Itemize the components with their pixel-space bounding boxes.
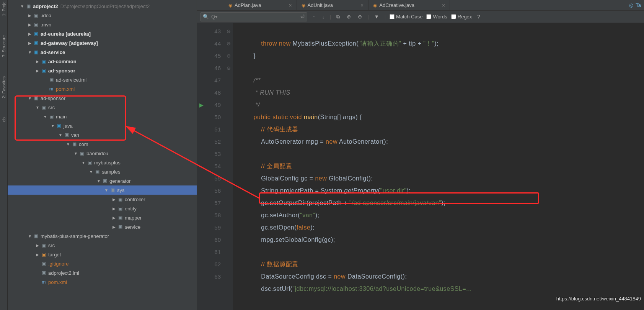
tree-node-ad-service-iml[interactable]: ▣ad-service.iml xyxy=(8,75,197,84)
tree-node-samples[interactable]: ▼▣samples xyxy=(8,167,197,176)
tree-node-target[interactable]: ▶▣target xyxy=(8,250,197,259)
expand-arrow-icon[interactable]: ▼ xyxy=(96,179,102,183)
expand-arrow-icon[interactable]: ▶ xyxy=(34,69,41,73)
target-icon: ◎ xyxy=(629,2,633,8)
tree-node-mybatis-plus-sample-generator[interactable]: ▼▣mybatis-plus-sample-generator xyxy=(8,231,197,241)
tree-node-generator[interactable]: ▼▣generator xyxy=(8,176,197,185)
tool-favorites[interactable]: 2: Favorites xyxy=(2,76,6,98)
expand-arrow-icon[interactable]: ▼ xyxy=(19,4,25,8)
close-icon[interactable]: × xyxy=(289,2,292,8)
tree-node-entity[interactable]: ▶▣entity xyxy=(8,204,197,213)
right-tool[interactable]: ◎Ta xyxy=(626,0,644,10)
folder-icon: ▣ xyxy=(86,159,93,166)
tree-node-mapper[interactable]: ▶▣mapper xyxy=(8,213,197,222)
expand-arrow-icon[interactable]: ▼ xyxy=(27,96,33,100)
tree-node-adproject2-iml[interactable]: ▣adproject2.iml xyxy=(8,268,197,277)
expand-arrow-icon[interactable]: ▼ xyxy=(88,170,94,174)
folder-icon: ▣ xyxy=(64,132,70,138)
expand-arrow-icon[interactable]: ▶ xyxy=(27,32,33,36)
close-icon[interactable]: × xyxy=(442,2,445,8)
expand-arrow-icon[interactable]: ▼ xyxy=(27,50,33,54)
tree-node-src[interactable]: ▶▣src xyxy=(8,241,197,250)
tree-node-ad-eureka[interactable]: ▶▣ad-eureka[adeureka] xyxy=(8,29,197,38)
run-gutter-icon[interactable]: ▶ xyxy=(199,99,204,111)
add-selection-button[interactable]: ⊕ xyxy=(345,13,352,20)
node-label: mybatisplus xyxy=(94,160,121,166)
module-icon: ▣ xyxy=(33,31,39,37)
tree-node-main[interactable]: ▼▣main xyxy=(8,112,197,121)
watermark: https://blog.csdn.net/weixin_44841849 xyxy=(556,296,641,302)
expand-arrow-icon[interactable]: ▶ xyxy=(111,207,117,211)
tree-node-ad-service[interactable]: ▼▣ad-service xyxy=(8,48,197,57)
expand-arrow-icon[interactable]: ▶ xyxy=(27,41,33,45)
next-match-button[interactable]: ↓ xyxy=(321,13,326,20)
filter-icon[interactable]: ▼ xyxy=(373,13,381,20)
remove-selection-button[interactable]: ⊖ xyxy=(356,13,364,20)
expand-arrow-icon[interactable]: ▼ xyxy=(103,188,109,192)
tree-node-com[interactable]: ▼▣com xyxy=(8,139,197,149)
node-label: service xyxy=(125,224,140,230)
tab-adplan[interactable]: ◉AdPlan.java× xyxy=(224,0,297,10)
node-label: ad-service.iml xyxy=(56,77,86,83)
node-label: ad-common xyxy=(48,59,77,64)
tree-node--gitignore[interactable]: ▣.gitignore xyxy=(8,259,197,268)
node-label: ad-gateway xyxy=(41,40,68,46)
words-option[interactable]: Words xyxy=(426,14,447,20)
tree-node--mvn[interactable]: ▶▣.mvn xyxy=(8,20,197,29)
expand-arrow-icon[interactable]: ▶ xyxy=(34,59,41,64)
tool-eb[interactable]: eb xyxy=(2,117,6,122)
folder-icon: ▣ xyxy=(102,178,108,184)
tree-node-service[interactable]: ▶▣service xyxy=(8,222,197,231)
help-icon[interactable]: ? xyxy=(476,13,481,20)
close-icon[interactable]: × xyxy=(360,2,364,8)
tool-project[interactable]: 1: Proje xyxy=(2,2,6,16)
node-label: src xyxy=(48,243,55,248)
expand-arrow-icon[interactable]: ▼ xyxy=(27,234,33,238)
expand-arrow-icon[interactable]: ▶ xyxy=(111,216,117,220)
tree-node-baomidou[interactable]: ▼▣baomidou xyxy=(8,149,197,158)
tree-node--idea[interactable]: ▶▣.idea xyxy=(8,11,197,20)
tree-node-mybatisplus[interactable]: ▼▣mybatisplus xyxy=(8,158,197,167)
expand-arrow-icon[interactable]: ▶ xyxy=(34,243,41,248)
node-label: van xyxy=(71,132,79,138)
expand-arrow-icon[interactable]: ▼ xyxy=(57,133,64,137)
tree-node-pom-xml[interactable]: mpom.xml xyxy=(8,277,197,287)
tree-node-java[interactable]: ▼▣java xyxy=(8,121,197,130)
expand-arrow-icon[interactable]: ▶ xyxy=(27,13,33,18)
expand-arrow-icon[interactable]: ▼ xyxy=(73,151,79,156)
match-case-option[interactable]: Match Case xyxy=(390,14,422,20)
tree-node-ad-common[interactable]: ▶▣ad-common xyxy=(8,57,197,66)
expand-arrow-icon[interactable]: ▶ xyxy=(27,23,33,27)
enter-icon: ⏎ xyxy=(300,14,305,20)
tree-node-ad-gateway[interactable]: ▶▣ad-gateway[adgateway] xyxy=(8,38,197,48)
tool-structure[interactable]: 7: Structure xyxy=(2,35,6,57)
prev-match-button[interactable]: ↑ xyxy=(311,13,317,20)
search-input[interactable]: 🔍Q▾⏎ xyxy=(200,12,307,21)
folder-icon: ▣ xyxy=(117,215,123,221)
expand-arrow-icon[interactable]: ▼ xyxy=(80,161,86,165)
regex-option[interactable]: Regex xyxy=(451,14,472,20)
expand-arrow-icon[interactable]: ▶ xyxy=(111,225,117,229)
tree-node-ad-sponsor[interactable]: ▶▣ad-sponsor xyxy=(8,66,197,75)
module-icon: ▣ xyxy=(33,40,39,46)
expand-arrow-icon[interactable]: ▼ xyxy=(50,124,56,128)
expand-arrow-icon[interactable]: ▶ xyxy=(111,197,117,202)
tree-node-controller[interactable]: ▶▣controller xyxy=(8,195,197,204)
expand-arrow-icon[interactable]: ▼ xyxy=(65,142,71,146)
tree-node-adproject2[interactable]: ▼▣adproject2D:\project\springCloudProjec… xyxy=(8,2,197,11)
folder-icon: ▣ xyxy=(117,224,123,230)
tab-adcreative[interactable]: ◉AdCreative.java× xyxy=(368,0,450,10)
tab-adunit[interactable]: ◉AdUnit.java× xyxy=(297,0,369,10)
tree-node-pom-xml[interactable]: mpom.xml xyxy=(8,84,197,93)
node-label: ad-eureka xyxy=(41,31,64,37)
node-label: mybatis-plus-sample-generator xyxy=(41,233,109,239)
tree-node-src[interactable]: ▼▣src xyxy=(8,103,197,112)
select-all-button[interactable]: ⧉ xyxy=(335,13,341,21)
tree-node-sys[interactable]: ▼▣sys xyxy=(8,185,197,195)
code-area[interactable]: throw new MybatisPlusException("请输入正确的" … xyxy=(233,23,644,310)
expand-arrow-icon[interactable]: ▶ xyxy=(34,253,41,257)
expand-arrow-icon[interactable]: ▼ xyxy=(42,115,48,119)
tree-node-van[interactable]: ▼▣van xyxy=(8,130,197,139)
tree-node-ad-sponsor[interactable]: ▼▣ad-sponsor xyxy=(8,93,197,103)
expand-arrow-icon[interactable]: ▼ xyxy=(34,105,41,110)
